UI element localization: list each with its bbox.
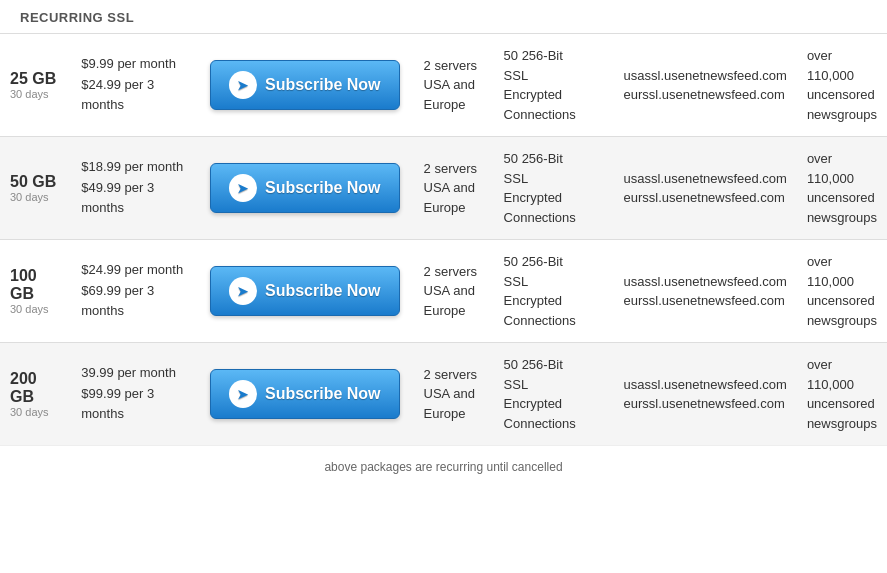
ssl-cell: 50 256-BitSSLEncryptedConnections (494, 34, 614, 137)
subscribe-button[interactable]: Subscribe Now (210, 60, 400, 110)
subscribe-button[interactable]: Subscribe Now (210, 266, 400, 316)
table-row: 100 GB 30 days $24.99 per month $69.99 p… (0, 240, 887, 343)
servers-cell: 2 serversUSA andEurope (414, 343, 494, 446)
plan-price-cell: $18.99 per month $49.99 per 3 months (71, 137, 196, 240)
plan-size-label: 200 GB (10, 370, 61, 406)
arrow-circle-icon (229, 380, 257, 408)
plan-price-cell: $9.99 per month $24.99 per 3 months (71, 34, 196, 137)
servers-cell: 2 serversUSA andEurope (414, 240, 494, 343)
newsgroups-cell: over110,000uncensorednewsgroups (797, 34, 887, 137)
domains-cell: usassl.usenetnewsfeed.comeurssl.usenetne… (614, 343, 797, 446)
plan-days-label: 30 days (10, 191, 61, 203)
plan-price-month: 39.99 per month (81, 363, 186, 384)
ssl-cell: 50 256-BitSSLEncryptedConnections (494, 343, 614, 446)
newsgroups-cell: over110,000uncensorednewsgroups (797, 343, 887, 446)
ssl-cell: 50 256-BitSSLEncryptedConnections (494, 240, 614, 343)
subscribe-cell: Subscribe Now (196, 34, 414, 137)
ssl-cell: 50 256-BitSSLEncryptedConnections (494, 137, 614, 240)
plan-size-cell: 200 GB 30 days (0, 343, 71, 446)
plan-size-label: 50 GB (10, 173, 61, 191)
newsgroups-cell: over110,000uncensorednewsgroups (797, 137, 887, 240)
arrow-circle-icon (229, 174, 257, 202)
subscribe-button-label: Subscribe Now (265, 76, 381, 94)
table-row: 25 GB 30 days $9.99 per month $24.99 per… (0, 34, 887, 137)
plan-price-month: $18.99 per month (81, 157, 186, 178)
servers-cell: 2 serversUSA andEurope (414, 137, 494, 240)
plan-size-cell: 100 GB 30 days (0, 240, 71, 343)
subscribe-button-label: Subscribe Now (265, 282, 381, 300)
subscribe-button-label: Subscribe Now (265, 385, 381, 403)
plan-price-3mo: $49.99 per 3 months (81, 178, 186, 220)
footer-note: above packages are recurring until cance… (0, 445, 887, 488)
plan-size-cell: 25 GB 30 days (0, 34, 71, 137)
plan-days-label: 30 days (10, 406, 61, 418)
plan-days-label: 30 days (10, 88, 61, 100)
table-row: 50 GB 30 days $18.99 per month $49.99 pe… (0, 137, 887, 240)
domains-cell: usassl.usenetnewsfeed.comeurssl.usenetne… (614, 240, 797, 343)
section-header: RECURRING SSL (0, 0, 887, 34)
plan-price-3mo: $69.99 per 3 months (81, 281, 186, 323)
plan-price-month: $24.99 per month (81, 260, 186, 281)
arrow-circle-icon (229, 71, 257, 99)
subscribe-button[interactable]: Subscribe Now (210, 163, 400, 213)
subscribe-cell: Subscribe Now (196, 137, 414, 240)
plans-table: 25 GB 30 days $9.99 per month $24.99 per… (0, 34, 887, 445)
subscribe-cell: Subscribe Now (196, 343, 414, 446)
plan-size-cell: 50 GB 30 days (0, 137, 71, 240)
plan-size-label: 25 GB (10, 70, 61, 88)
plan-price-3mo: $24.99 per 3 months (81, 75, 186, 117)
plan-size-label: 100 GB (10, 267, 61, 303)
subscribe-button-label: Subscribe Now (265, 179, 381, 197)
domains-cell: usassl.usenetnewsfeed.comeurssl.usenetne… (614, 137, 797, 240)
plan-days-label: 30 days (10, 303, 61, 315)
subscribe-cell: Subscribe Now (196, 240, 414, 343)
table-row: 200 GB 30 days 39.99 per month $99.99 pe… (0, 343, 887, 446)
plan-price-3mo: $99.99 per 3 months (81, 384, 186, 426)
plan-price-cell: 39.99 per month $99.99 per 3 months (71, 343, 196, 446)
section-title: RECURRING SSL (0, 0, 887, 34)
newsgroups-cell: over110,000uncensorednewsgroups (797, 240, 887, 343)
plan-price-month: $9.99 per month (81, 54, 186, 75)
plan-price-cell: $24.99 per month $69.99 per 3 months (71, 240, 196, 343)
servers-cell: 2 serversUSA andEurope (414, 34, 494, 137)
subscribe-button[interactable]: Subscribe Now (210, 369, 400, 419)
domains-cell: usassl.usenetnewsfeed.comeurssl.usenetne… (614, 34, 797, 137)
arrow-circle-icon (229, 277, 257, 305)
